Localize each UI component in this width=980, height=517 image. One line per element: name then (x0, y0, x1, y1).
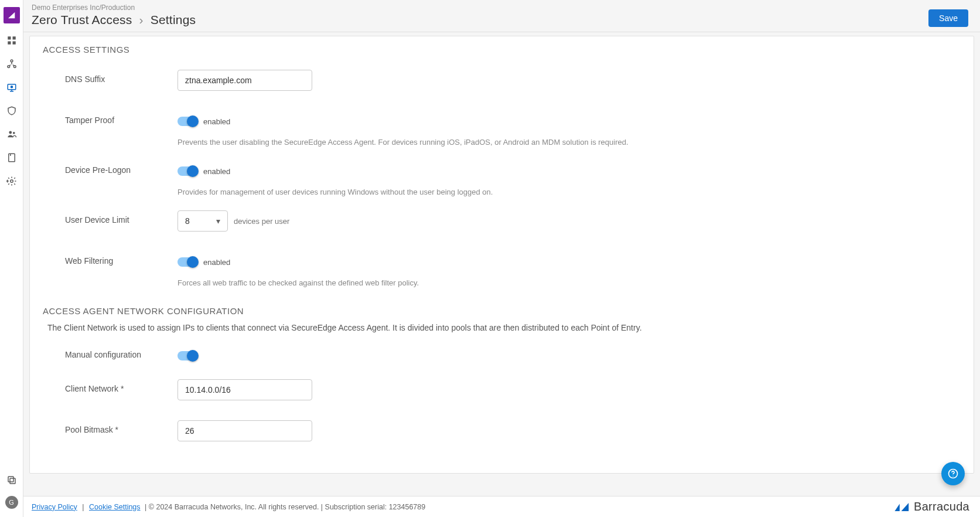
row-manual-config: Manual configuration (43, 345, 961, 366)
svg-point-9 (9, 131, 12, 134)
brand-logo[interactable] (4, 7, 20, 23)
section-network-config-desc: The Client Network is used to assign IPs… (47, 323, 961, 332)
sidebar-nav (6, 35, 17, 186)
device-limit-suffix: devices per user (234, 217, 289, 226)
footer-divider: | (82, 503, 84, 511)
row-tamper-proof: Tamper Proof enabled Prevents the user d… (43, 111, 961, 152)
page-header: Demo Enterprises Inc/Production Zero Tru… (23, 0, 980, 32)
pre-logon-help: Provides for management of user devices … (177, 188, 961, 196)
svg-point-4 (11, 60, 13, 62)
breadcrumb: Zero Trust Access › Settings (32, 13, 196, 27)
pool-bitmask-label: Pool Bitmask * (43, 420, 177, 434)
row-dns-suffix: DNS Suffix (43, 70, 961, 91)
device-limit-value: 8 (185, 216, 190, 226)
tamper-proof-state: enabled (203, 117, 230, 126)
row-client-network: Client Network * (43, 379, 961, 400)
dns-suffix-input[interactable] (177, 70, 312, 91)
pool-bitmask-input[interactable] (177, 420, 312, 441)
footer-copyright: | © 2024 Barracuda Networks, Inc. All ri… (145, 503, 425, 511)
row-web-filtering: Web Filtering enabled Forces all web tra… (43, 251, 961, 293)
client-network-label: Client Network * (43, 379, 177, 393)
breadcrumb-root[interactable]: Zero Trust Access (32, 13, 132, 26)
device-limit-select[interactable]: 8 ▾ (177, 210, 228, 232)
access-icon[interactable] (6, 82, 17, 93)
svg-rect-13 (10, 478, 15, 484)
breadcrumb-sep: › (139, 13, 144, 26)
pre-logon-toggle[interactable] (177, 166, 197, 176)
svg-point-8 (11, 86, 12, 88)
chevron-down-icon: ▾ (216, 216, 220, 226)
reports-icon[interactable] (6, 152, 17, 163)
avatar-initial: G (9, 499, 14, 506)
dashboard-icon[interactable] (6, 35, 17, 46)
brand-wing-icon (7, 11, 16, 20)
footer-brand-text: Barracuda (914, 500, 969, 513)
svg-point-12 (10, 180, 13, 183)
manual-config-toggle[interactable] (177, 351, 197, 360)
footer: Privacy Policy | Cookie Settings | © 202… (23, 496, 980, 517)
breadcrumb-current: Settings (151, 13, 196, 26)
svg-rect-14 (8, 477, 13, 482)
web-filtering-label: Web Filtering (43, 251, 177, 266)
main: Demo Enterprises Inc/Production Zero Tru… (23, 0, 980, 517)
security-icon[interactable] (6, 106, 17, 116)
pre-logon-state: enabled (203, 167, 230, 176)
settings-card: ACCESS SETTINGS DNS Suffix Tamper Proof … (29, 36, 974, 474)
svg-rect-11 (8, 154, 15, 162)
svg-point-16 (952, 476, 953, 477)
section-access-settings-title: ACCESS SETTINGS (43, 45, 961, 55)
tamper-proof-toggle[interactable] (177, 117, 197, 126)
web-filtering-state: enabled (203, 258, 230, 267)
users-icon[interactable] (6, 129, 17, 140)
pre-logon-label: Device Pre-Logon (43, 161, 177, 175)
content: ACCESS SETTINGS DNS Suffix Tamper Proof … (23, 32, 980, 496)
dns-suffix-label: DNS Suffix (43, 70, 177, 84)
privacy-link[interactable]: Privacy Policy (32, 503, 77, 511)
help-fab[interactable] (941, 462, 965, 485)
footer-brand: Barracuda (894, 500, 969, 513)
save-button[interactable]: Save (928, 9, 968, 27)
tamper-proof-help: Prevents the user disabling the SecureEd… (177, 138, 961, 147)
manual-config-label: Manual configuration (43, 345, 177, 359)
help-icon (947, 468, 959, 479)
barracuda-wings-icon (894, 502, 910, 512)
row-pre-logon: Device Pre-Logon enabled Provides for ma… (43, 161, 961, 202)
sidebar-bottom: G (5, 475, 18, 517)
footer-left: Privacy Policy | Cookie Settings | © 202… (32, 503, 425, 511)
svg-rect-3 (12, 42, 15, 45)
svg-rect-1 (12, 36, 15, 39)
sidebar: G (0, 0, 23, 517)
sites-icon[interactable] (6, 59, 17, 69)
cookie-link[interactable]: Cookie Settings (89, 503, 141, 511)
device-limit-label: User Device Limit (43, 210, 177, 225)
org-path: Demo Enterprises Inc/Production (32, 4, 196, 12)
svg-point-10 (12, 132, 15, 134)
copy-icon[interactable] (6, 475, 17, 485)
user-avatar[interactable]: G (5, 496, 18, 509)
web-filtering-help: Forces all web traffic to be checked aga… (177, 278, 961, 287)
row-pool-bitmask: Pool Bitmask * (43, 420, 961, 441)
svg-rect-0 (8, 36, 11, 39)
client-network-input[interactable] (177, 379, 312, 400)
section-network-config-title: ACCESS AGENT NETWORK CONFIGURATION (43, 306, 961, 316)
web-filtering-toggle[interactable] (177, 257, 197, 267)
integrations-icon[interactable] (6, 176, 17, 186)
tamper-proof-label: Tamper Proof (43, 111, 177, 125)
svg-rect-2 (8, 42, 11, 45)
row-device-limit: User Device Limit 8 ▾ devices per user (43, 210, 961, 232)
